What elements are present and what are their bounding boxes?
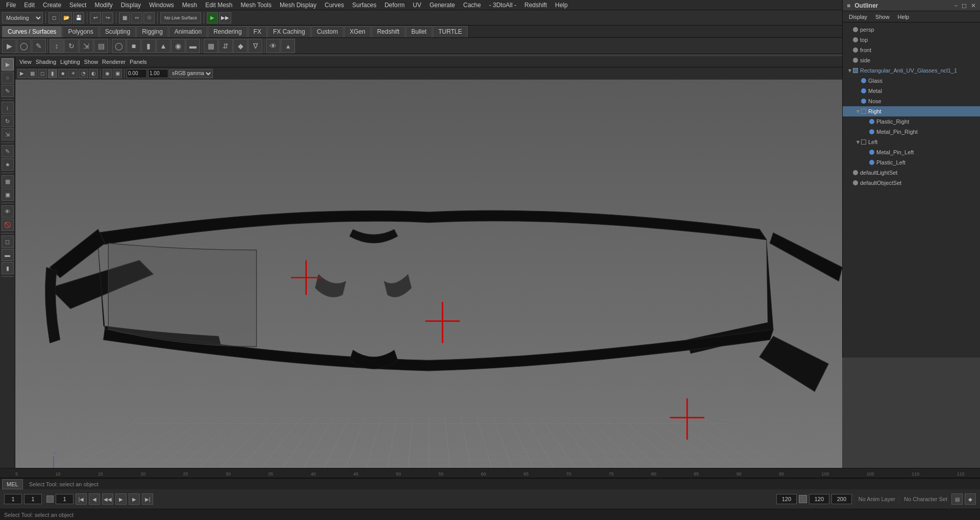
menu-display[interactable]: Display: [117, 0, 145, 10]
cone-btn[interactable]: ▲: [156, 39, 170, 53]
outliner-item-metal-pin-left[interactable]: Metal_Pin_Left: [843, 147, 980, 157]
outliner-item-glasses-root[interactable]: ▼ Rectangular_Anti_UV_Glasses_ncl1_1: [843, 65, 980, 76]
torus-btn[interactable]: ◉: [171, 39, 185, 53]
frame-end-input[interactable]: [809, 494, 829, 504]
menu-mesh-display[interactable]: Mesh Display: [276, 0, 321, 10]
smooth-btn[interactable]: ▴: [281, 39, 295, 53]
menu-file[interactable]: File: [2, 0, 20, 10]
tab-rendering[interactable]: Rendering: [208, 26, 247, 37]
char-key-btn[interactable]: ◆: [965, 493, 976, 505]
go-start-btn[interactable]: |◀: [76, 493, 87, 505]
show-lt-btn[interactable]: 👁: [2, 205, 14, 218]
hide-lt-btn[interactable]: 🚫: [2, 219, 14, 231]
cube-btn[interactable]: ■: [127, 39, 141, 53]
snap-point-btn[interactable]: ☉: [143, 12, 155, 23]
menu-edit[interactable]: Edit: [20, 0, 39, 10]
viewport-canvas[interactable]: persp Y X Z: [15, 80, 842, 489]
menu-mesh[interactable]: Mesh: [178, 0, 201, 10]
tab-rigging[interactable]: Rigging: [136, 26, 168, 37]
scale-btn[interactable]: ⇲: [79, 39, 93, 53]
menu-surfaces[interactable]: Surfaces: [348, 0, 380, 10]
menu-3dto[interactable]: - 3DtoAll -: [485, 0, 520, 10]
rotate-lt-btn[interactable]: ↻: [2, 115, 14, 127]
move-btn[interactable]: ↕: [50, 39, 64, 53]
focus-btn[interactable]: ▣: [113, 69, 122, 78]
renderer-menu[interactable]: Renderer: [100, 59, 128, 65]
outliner-item-metal-pin-right[interactable]: Metal_Pin_Right: [843, 127, 980, 137]
char-set-btn[interactable]: ▤: [951, 493, 963, 505]
gamma-input[interactable]: [148, 69, 168, 78]
xray-btn[interactable]: ◐: [89, 69, 98, 78]
region3-lt-btn[interactable]: ▮: [2, 262, 14, 274]
outliner-item-front[interactable]: front: [843, 45, 980, 55]
current-frame-input[interactable]: [24, 494, 42, 504]
outliner-item-top[interactable]: top: [843, 35, 980, 45]
tab-custom[interactable]: Custom: [311, 26, 344, 37]
tab-xgen[interactable]: XGen: [344, 26, 371, 37]
menu-generate[interactable]: Generate: [425, 0, 459, 10]
menu-curves[interactable]: Curves: [321, 0, 348, 10]
outliner-item-left[interactable]: ▼ Left: [843, 137, 980, 147]
bevel-btn[interactable]: ◆: [233, 39, 248, 53]
tab-redshift[interactable]: Redshift: [372, 26, 405, 37]
expand-icon[interactable]: ▼: [847, 67, 853, 74]
outliner-item-plastic-right[interactable]: Plastic_Right: [843, 116, 980, 127]
menu-select[interactable]: Select: [65, 0, 90, 10]
tab-animation[interactable]: Animation: [169, 26, 207, 37]
menu-windows[interactable]: Windows: [145, 0, 178, 10]
play-btn[interactable]: ▶: [115, 493, 127, 505]
universal-manip-btn[interactable]: ▤: [94, 39, 108, 53]
undo-btn[interactable]: ↩: [90, 12, 101, 23]
move-lt-btn[interactable]: ↕: [2, 102, 14, 114]
outliner-tab-help[interactable]: Help: [894, 11, 914, 22]
exposure-input[interactable]: [127, 69, 147, 78]
grid-toggle-btn[interactable]: ▦: [28, 69, 37, 78]
outliner-item-nose[interactable]: Nose: [843, 96, 980, 106]
plane-btn[interactable]: ▬: [186, 39, 200, 53]
playback-speed-input[interactable]: [776, 494, 797, 504]
wireframe-btn[interactable]: ◻: [38, 69, 47, 78]
outliner-item-persp[interactable]: persp: [843, 25, 980, 35]
mode-select[interactable]: Modeling: [2, 12, 43, 23]
shading-menu[interactable]: Shading: [34, 59, 58, 65]
frame-start-input[interactable]: [4, 494, 22, 504]
save-scene-btn[interactable]: 💾: [73, 12, 84, 23]
menu-deform[interactable]: Deform: [380, 0, 408, 10]
textured-btn[interactable]: ■: [58, 69, 67, 78]
scale-lt-btn[interactable]: ⇲: [2, 128, 14, 140]
snap-grid-btn[interactable]: ▦: [119, 12, 130, 23]
next-frame-btn[interactable]: ▶: [129, 493, 140, 505]
snap-lt-btn[interactable]: ▦: [2, 175, 14, 187]
snap2-lt-btn[interactable]: ▣: [2, 188, 14, 201]
new-scene-btn[interactable]: ◻: [48, 12, 60, 23]
outliner-item-glass[interactable]: Glass: [843, 76, 980, 86]
outliner-item-metal[interactable]: Metal: [843, 86, 980, 96]
isolate-btn[interactable]: ◉: [103, 69, 112, 78]
menu-create[interactable]: Create: [39, 0, 65, 10]
tab-bullet[interactable]: Bullet: [406, 26, 432, 37]
tab-polygons[interactable]: Polygons: [62, 26, 99, 37]
region-lt-btn[interactable]: ◻: [2, 235, 14, 248]
sculpt-lt-btn[interactable]: ✎: [2, 145, 14, 157]
lighting-btn[interactable]: ☀: [68, 69, 78, 78]
outliner-item-light-set[interactable]: defaultLightSet: [843, 168, 980, 178]
mel-tab[interactable]: MEL: [2, 479, 23, 489]
no-live-btn[interactable]: No Live Surface: [160, 12, 201, 23]
show-hide-btn[interactable]: 👁: [266, 39, 280, 53]
outliner-tab-display[interactable]: Display: [845, 11, 871, 22]
render-seq-btn[interactable]: ▶▶: [219, 12, 231, 23]
outliner-item-object-set[interactable]: defaultObjectSet: [843, 178, 980, 188]
expand-icon[interactable]: ▼: [855, 139, 861, 145]
menu-uv[interactable]: UV: [409, 0, 426, 10]
outliner-maximize-btn[interactable]: ◻: [962, 2, 967, 9]
outliner-close-btn[interactable]: ✕: [971, 2, 976, 9]
color-space-select[interactable]: sRGB gamma: [169, 69, 213, 78]
menu-help[interactable]: Help: [551, 0, 572, 10]
redo-btn[interactable]: ↪: [102, 12, 113, 23]
render-btn[interactable]: ▶: [207, 12, 218, 23]
playback-end-input[interactable]: [831, 494, 852, 504]
outliner-item-plastic-left[interactable]: Plastic_Left: [843, 157, 980, 168]
tab-sculpting[interactable]: Sculpting: [100, 26, 136, 37]
extrude-btn[interactable]: ⇵: [218, 39, 233, 53]
expand-icon[interactable]: ▼: [855, 108, 861, 114]
